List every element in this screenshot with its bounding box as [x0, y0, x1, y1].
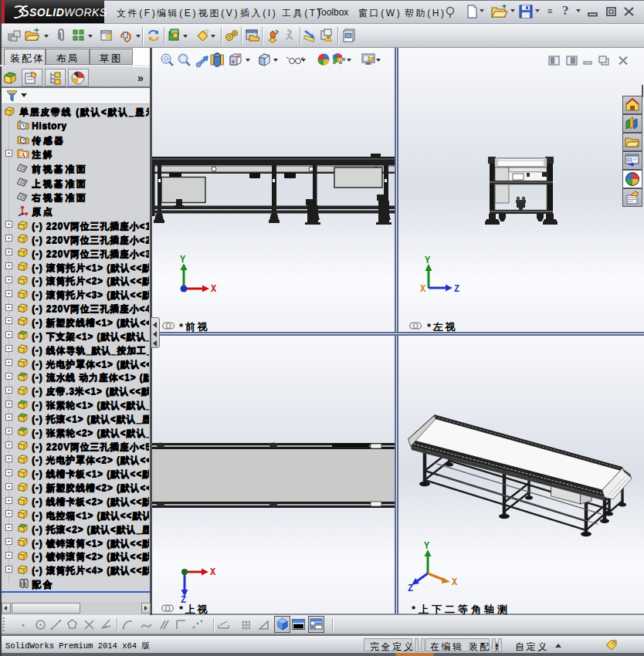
svg-text:X: X — [420, 284, 426, 295]
svg-text:X: X — [210, 567, 216, 578]
svg-text:Y: Y — [425, 255, 431, 266]
svg-text:A: A — [21, 152, 25, 159]
svg-text:X: X — [211, 284, 217, 295]
svg-text:Z: Z — [408, 583, 413, 591]
svg-text:Y: Y — [424, 541, 430, 552]
svg-text:X: X — [452, 577, 458, 588]
svg-text:Z: Z — [454, 284, 459, 295]
svg-text:Y: Y — [180, 255, 186, 265]
